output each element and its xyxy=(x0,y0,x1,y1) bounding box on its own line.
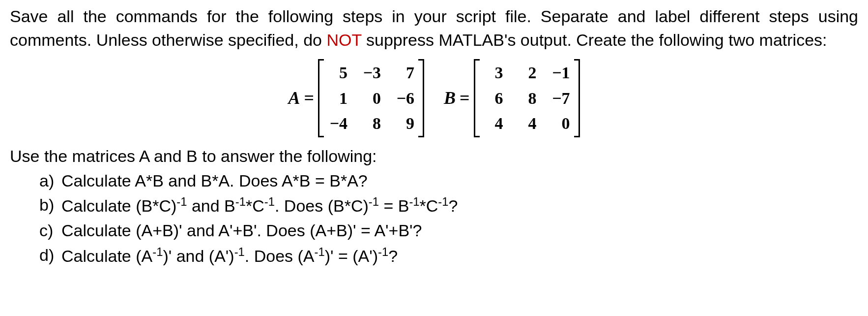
matrix-cell: −1 xyxy=(550,61,570,85)
matrix-a-label: A xyxy=(288,86,300,110)
intro-text-2: suppress MATLAB's output. Create the fol… xyxy=(362,31,827,49)
bracket-left xyxy=(318,59,324,137)
matrix-cell: 8 xyxy=(361,112,381,135)
list-item: d) Calculate (A-1)' and (A')-1. Does (A-… xyxy=(39,244,858,268)
list-item: c) Calculate (A+B)' and A'+B'. Does (A+B… xyxy=(39,219,858,243)
matrix-cell: −6 xyxy=(395,87,414,110)
matrix-cell: 7 xyxy=(395,61,414,85)
bracket-left xyxy=(474,59,480,137)
matrix-b: 3 2 −1 6 8 −7 4 4 0 xyxy=(474,59,580,137)
matrix-cell: −7 xyxy=(550,87,570,110)
list-item: b) Calculate (B*C)-1 and B-1*C-1. Does (… xyxy=(39,193,858,218)
bracket-right xyxy=(574,59,580,137)
bracket-right xyxy=(418,59,424,137)
equals-sign: = xyxy=(460,86,470,110)
question-text: Calculate (B*C)-1 and B-1*C-1. Does (B*C… xyxy=(61,193,458,218)
list-item: a) Calculate A*B and B*A. Does A*B = B*A… xyxy=(39,169,858,193)
matrix-a-body: 5 −3 7 1 0 −6 −4 8 9 xyxy=(324,59,418,137)
question-text: Calculate (A+B)' and A'+B'. Does (A+B)' … xyxy=(61,219,422,243)
question-letter: d) xyxy=(39,244,61,268)
question-list: a) Calculate A*B and B*A. Does A*B = B*A… xyxy=(10,169,858,268)
matrix-cell: −3 xyxy=(361,61,381,85)
matrix-cell: 8 xyxy=(517,87,537,110)
intro-paragraph: Save all the commands for the following … xyxy=(10,5,858,52)
matrix-cell: 0 xyxy=(361,87,381,110)
matrix-cell: 4 xyxy=(484,112,503,135)
matrix-cell: 6 xyxy=(484,87,503,110)
matrix-cell: 5 xyxy=(328,61,347,85)
equals-sign: = xyxy=(304,86,314,110)
matrix-b-label: B xyxy=(444,86,456,110)
matrix-cell: −4 xyxy=(328,112,347,135)
matrix-cell: 9 xyxy=(395,112,414,135)
matrix-cell: 4 xyxy=(517,112,537,135)
subheading: Use the matrices A and B to answer the f… xyxy=(10,145,858,168)
matrix-cell: 0 xyxy=(550,112,570,135)
matrix-b-body: 3 2 −1 6 8 −7 4 4 0 xyxy=(480,59,574,137)
matrix-cell: 3 xyxy=(484,61,503,85)
question-letter: c) xyxy=(39,219,61,243)
question-text: Calculate A*B and B*A. Does A*B = B*A? xyxy=(61,169,368,193)
question-letter: a) xyxy=(39,169,61,193)
matrix-a: 5 −3 7 1 0 −6 −4 8 9 xyxy=(318,59,424,137)
matrix-b-expression: B = 3 2 −1 6 8 −7 4 4 0 xyxy=(444,59,580,137)
matrix-cell: 2 xyxy=(517,61,537,85)
matrix-cell: 1 xyxy=(328,87,347,110)
matrix-a-expression: A = 5 −3 7 1 0 −6 −4 8 9 xyxy=(288,59,424,137)
question-text: Calculate (A-1)' and (A')-1. Does (A-1)'… xyxy=(61,244,398,268)
matrices-row: A = 5 −3 7 1 0 −6 −4 8 9 B = 3 2 xyxy=(10,59,858,137)
not-word: NOT xyxy=(326,31,361,49)
question-letter: b) xyxy=(39,193,61,218)
